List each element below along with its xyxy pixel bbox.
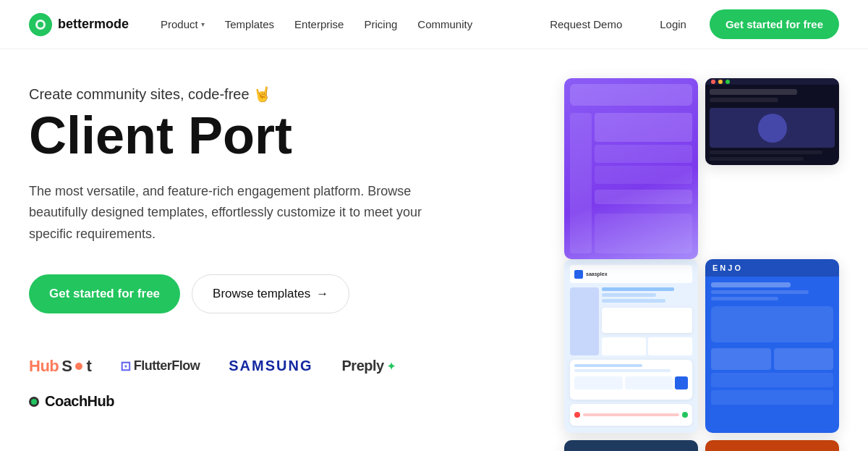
nav-item-templates[interactable]: Templates	[216, 12, 283, 36]
request-demo-button[interactable]: Request Demo	[535, 11, 637, 38]
screenshot-collide: 📄 Collide.	[705, 440, 839, 451]
nav-item-product[interactable]: Product ▾	[152, 12, 213, 36]
samsung-logo: SAMSUNG	[229, 358, 312, 374]
nav-cta-button[interactable]: Get started for free	[710, 9, 839, 39]
logo-icon	[29, 13, 52, 36]
login-button[interactable]: Login	[645, 11, 701, 38]
partner-logos: HubSt ⊡ FlutterFlow SAMSUNG Preply✦	[29, 357, 492, 410]
logo-row-2: CoachHub	[29, 393, 114, 410]
navbar: bettermode Product ▾ Templates Enterpris…	[0, 0, 868, 49]
hubspot-logo: HubSt	[29, 357, 91, 376]
hero-eyebrow: Create community sites, code-free 🤘	[29, 85, 492, 103]
logo-text: bettermode	[58, 17, 129, 32]
coachhub-logo: CoachHub	[29, 393, 114, 410]
nav-item-pricing[interactable]: Pricing	[355, 12, 406, 36]
hero-right: ENJO	[506, 78, 839, 451]
screenshot-saasplex: saasplex	[564, 259, 698, 433]
nav-right: Request Demo Login Get started for free	[535, 9, 839, 39]
hero-buttons: Get started for free Browse templates →	[29, 274, 492, 313]
hero-left: Create community sites, code-free 🤘 Clie…	[29, 78, 492, 410]
screenshot-enjo: ENJO	[705, 259, 839, 433]
browse-templates-button[interactable]: Browse templates →	[192, 274, 349, 313]
preply-logo: Preply✦	[342, 358, 396, 374]
hero-title: Client Port	[29, 109, 492, 164]
hero-description: The most versatile, and feature-rich eng…	[29, 181, 448, 245]
logo[interactable]: bettermode	[29, 13, 129, 36]
arrow-icon: →	[316, 287, 328, 301]
chevron-down-icon: ▾	[201, 20, 205, 28]
logo-row-1: HubSt ⊡ FlutterFlow SAMSUNG Preply✦	[29, 357, 492, 376]
screenshot-purple	[564, 78, 698, 259]
hero-cta-button[interactable]: Get started for free	[29, 274, 180, 313]
svg-point-1	[38, 22, 43, 28]
nav-item-enterprise[interactable]: Enterprise	[286, 12, 352, 36]
nav-left: Product ▾ Templates Enterprise Pricing C…	[152, 12, 535, 36]
nav-item-community[interactable]: Community	[409, 12, 481, 36]
flutterflow-logo: ⊡ FlutterFlow	[120, 358, 200, 374]
screenshot-dark	[705, 78, 839, 165]
hero-section: Create community sites, code-free 🤘 Clie…	[0, 49, 868, 451]
screenshot-jobfinder: J J0bFinder	[564, 440, 698, 451]
